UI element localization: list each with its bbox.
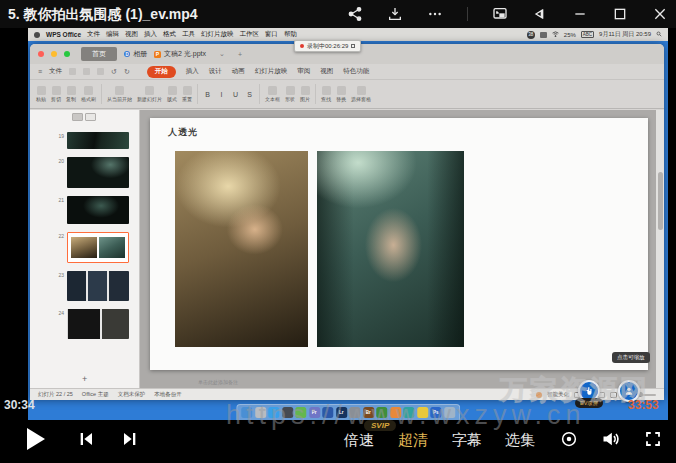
paste-icon (37, 86, 46, 95)
play-button[interactable] (26, 428, 46, 450)
volume-button[interactable] (601, 429, 621, 449)
slides-view-icon (85, 113, 96, 121)
menu-edit: 编辑 (106, 30, 119, 39)
find-button: 查找 (321, 86, 331, 102)
previous-episode-button[interactable] (78, 431, 94, 447)
subtitles-button[interactable]: 字幕 (452, 431, 482, 450)
player-titlebar: 5. 教你拍出氛围感 (1)_ev.mp4 (0, 0, 676, 28)
undo-icon: ↺ (111, 68, 117, 76)
notes-hint: 单击此处添加备注 (198, 379, 238, 385)
toolbar-divider (197, 84, 198, 104)
panel-view-toggle (72, 113, 96, 121)
save-icon (69, 68, 76, 75)
replace-icon (337, 86, 346, 95)
teal-portrait-photo (317, 151, 464, 347)
video-title: 5. 教你拍出氛围感 (1)_ev.mp4 (8, 0, 198, 28)
album-tab-icon: D (124, 51, 130, 57)
dock-to-side-icon[interactable] (532, 6, 548, 22)
display-icon (540, 32, 547, 38)
mini-player-icon[interactable] (492, 6, 508, 22)
tab-home: 首页 (81, 47, 117, 61)
spotlight-search-icon (656, 31, 662, 38)
print-icon (83, 68, 90, 75)
slide-thumbnail-image (67, 271, 129, 301)
wps-file-menu: 文件 (49, 67, 62, 76)
vertical-scrollbar (656, 110, 664, 388)
wps-window: 首页 D相册 P文稿2 光.pptx ⌄ + ≡ 文件 ↺ ↻ 开始 插入 设计… (30, 44, 664, 400)
slide-thumbnail-image (67, 132, 129, 149)
add-slide-button: + (82, 374, 87, 384)
record-loop-icon[interactable] (560, 430, 578, 448)
share-icon[interactable] (347, 6, 363, 22)
download-icon[interactable] (387, 6, 403, 22)
toolbar-divider (259, 84, 260, 104)
close-icon[interactable] (652, 6, 668, 22)
current-time: 30:34 (4, 398, 35, 412)
textbox-icon (268, 86, 277, 95)
menu-format: 格式 (163, 30, 176, 39)
player-window: 5. 教你拍出氛围感 (1)_ev.mp4 WPS Office 文件 编辑 视… (0, 0, 676, 463)
ribbon-tab-animation: 动画 (232, 67, 245, 76)
minimize-icon[interactable] (572, 6, 588, 22)
format-painter-icon (84, 86, 93, 95)
shape-button: 形状 (285, 86, 295, 102)
menu-workspace: 工作区 (240, 30, 260, 39)
recording-label: 录制中00:26:29 (307, 42, 348, 51)
shape-icon (286, 86, 295, 95)
replace-button: 替换 (336, 86, 346, 102)
menu-tools: 工具 (182, 30, 195, 39)
menu-view: 视图 (125, 30, 138, 39)
watermark-url: https://www.wxzyw.cn (226, 400, 586, 431)
slide-thumb-23: 23 (30, 271, 133, 301)
italic-button: I (217, 91, 226, 98)
export-icon (97, 68, 104, 75)
ribbon-tab-slideshow: 幻灯片放映 (255, 67, 288, 76)
slide-thumbnail-image (67, 157, 129, 188)
bold-button: B (203, 91, 212, 98)
new-slide-icon (145, 86, 154, 95)
layout-icon (168, 86, 177, 95)
current-slide: 人透光 (150, 118, 648, 370)
more-icon[interactable] (427, 6, 443, 22)
quality-button[interactable]: 超清 (398, 431, 428, 450)
strikethrough-button: S (245, 91, 254, 98)
slide-thumbnail-image (67, 309, 129, 339)
maximize-icon[interactable] (612, 6, 628, 22)
copy-icon (67, 86, 76, 95)
ribbon-tab-design: 设计 (209, 67, 222, 76)
titlebar-divider (467, 7, 468, 21)
playback-speed-button[interactable]: 倍速 (344, 431, 374, 450)
menu-window: 窗口 (265, 30, 278, 39)
slide-thumb-22-selected: 22 (30, 232, 133, 263)
outline-view-icon (72, 113, 83, 121)
slide-thumb-19: 19 (30, 132, 133, 149)
slide-thumb-21: 21 (30, 196, 133, 224)
pptx-file-icon: P (154, 51, 161, 58)
stop-recording-icon (351, 44, 355, 48)
menubar-app-name: WPS Office (46, 31, 81, 38)
notification-badge: 38 (527, 31, 535, 39)
battery-percent: 25% (564, 32, 576, 38)
layout-button: 版式 (167, 86, 177, 102)
zoom-traffic-light (64, 51, 70, 57)
menu-slideshow: 幻灯片放映 (201, 30, 234, 39)
selection-pane-icon (357, 86, 366, 95)
textbox-button: 文本框 (265, 86, 280, 102)
slide-thumbnail-image (67, 232, 129, 263)
slide-canvas: 人透光 单击此处添加备注 (140, 110, 656, 388)
episode-list-button[interactable]: 选集 (505, 431, 535, 450)
toolbar-divider (315, 84, 316, 104)
theme-name: Office 主题 (82, 391, 109, 398)
slide-title: 人透光 (168, 126, 198, 139)
recording-indicator: 录制中00:26:29 (294, 40, 361, 52)
ribbon-tab-view: 视图 (320, 67, 333, 76)
next-episode-button[interactable] (122, 431, 138, 447)
video-surface[interactable]: WPS Office 文件 编辑 视图 插入 格式 工具 幻灯片放映 工作区 窗… (28, 28, 668, 420)
svip-badge: SVIP (364, 420, 396, 431)
recording-dot-icon (300, 44, 304, 48)
menu-file: 文件 (87, 30, 100, 39)
menubar-datetime: 9月11日 周日 20:59 (599, 30, 651, 39)
fullscreen-button[interactable] (644, 430, 662, 448)
new-slide-button: 新建幻灯片 (137, 86, 162, 102)
paste-button: 粘贴 (36, 86, 46, 102)
